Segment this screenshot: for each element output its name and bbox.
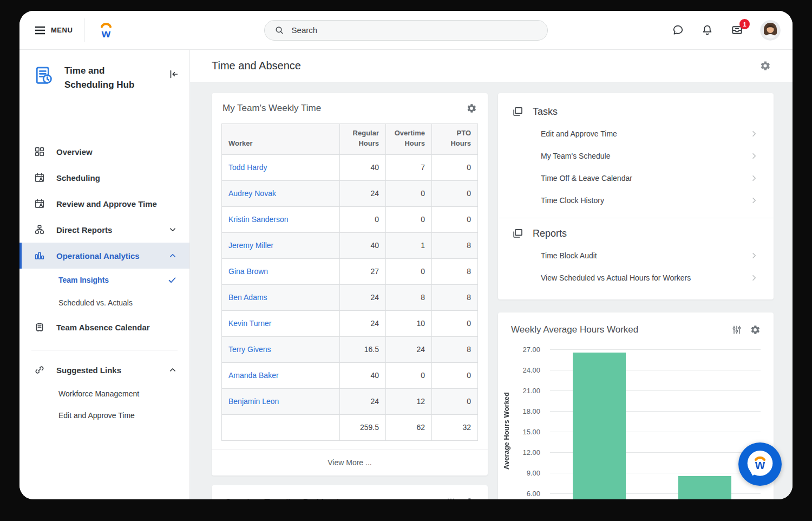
svg-text:w: w: [101, 27, 111, 40]
task-item[interactable]: Edit and Approve Time: [511, 122, 761, 145]
worker-link[interactable]: Ben Adams: [228, 293, 267, 302]
topbar-divider: [84, 18, 85, 42]
sidebar-item-label: Workforce Management: [58, 389, 139, 398]
reports-title: Reports: [533, 228, 567, 239]
worker-link[interactable]: Terry Givens: [228, 345, 271, 354]
app-window: MENU w: [19, 11, 793, 499]
page-header: Time and Absence: [190, 50, 793, 82]
worker-link[interactable]: Kristin Sanderson: [228, 215, 289, 224]
sidebar-divider: [31, 350, 178, 350]
chart-settings-button[interactable]: [750, 324, 761, 335]
table-row: Gina Brown 27 0 8: [222, 258, 478, 284]
sidebar-item-operational-analytics[interactable]: Operational Analytics: [19, 243, 189, 269]
sidebar-item-team-absence-calendar[interactable]: Team Absence Calendar: [19, 314, 189, 340]
overtime-hours-cell: 0: [386, 206, 432, 232]
table-row: Kristin Sanderson 0 0 0: [222, 206, 478, 232]
sidebar-nav: Overview Scheduling Review and Approve T…: [19, 139, 189, 426]
sidebar-item-direct-reports[interactable]: Direct Reports: [19, 217, 189, 243]
task-item-label: Time Off & Leave Calendar: [541, 174, 632, 183]
worker-link[interactable]: Kevin Turner: [228, 319, 271, 328]
column-header-regular-hours[interactable]: Regular Hours: [340, 124, 386, 155]
report-item[interactable]: Time Block Audit: [511, 244, 761, 266]
sidebar-item-label: Overview: [56, 147, 93, 157]
tasks-title: Tasks: [533, 106, 558, 118]
table-row: Ben Adams 24 8 8: [222, 284, 478, 310]
sidebar-item-team-insights[interactable]: Team Insights: [19, 269, 189, 291]
dashboard-grid-icon: [34, 146, 45, 158]
chevron-down-icon: [168, 225, 178, 235]
sidebar-item-label: Review and Approve Time: [56, 199, 157, 209]
menu-button[interactable]: MENU: [35, 25, 73, 35]
worker-cell: Gina Brown: [222, 258, 340, 284]
pto-hours-cell: 0: [432, 154, 478, 180]
overtime-hours-cell: 12: [386, 388, 432, 414]
weekly-table-body: Todd Hardy 40 7 0 Audrey Novak 24 0 0: [222, 154, 478, 414]
worker-link[interactable]: Jeremy Miller: [228, 241, 273, 250]
worker-link[interactable]: Benjamin Leon: [228, 397, 279, 406]
overtime-hours-cell: 7: [386, 154, 432, 180]
search-bar[interactable]: [264, 20, 548, 41]
chart-gridline: [550, 349, 761, 350]
weekly-time-settings-button[interactable]: [466, 103, 477, 114]
sidebar-item-label: Team Insights: [58, 276, 109, 284]
chart-ytick-label: 24.00: [522, 366, 540, 374]
inbox-button[interactable]: 1: [730, 23, 744, 37]
chat-button[interactable]: [671, 23, 685, 37]
report-item-label: Time Block Audit: [541, 251, 597, 260]
totals-regular: 259.5: [340, 414, 386, 440]
task-item[interactable]: Time Off & Leave Calendar: [511, 167, 761, 189]
overtime-trending-title: Overtime Trending By Month: [225, 497, 342, 499]
gear-icon: [466, 103, 477, 114]
worker-link[interactable]: Gina Brown: [228, 267, 268, 276]
worker-link[interactable]: Todd Hardy: [228, 163, 267, 172]
notifications-button[interactable]: [700, 23, 714, 37]
sidebar-item-review-approve-time[interactable]: Review and Approve Time: [19, 191, 189, 217]
regular-hours-cell: 24: [340, 388, 386, 414]
column-header-overtime-hours[interactable]: Overtime Hours: [386, 124, 432, 155]
reports-cards-icon: [511, 227, 524, 240]
worker-cell: Amanda Baker: [222, 362, 340, 388]
workday-logo[interactable]: w: [98, 20, 114, 41]
check-icon: [167, 275, 178, 285]
sidebar-item-suggested-links[interactable]: Suggested Links: [19, 357, 189, 383]
chart-bar[interactable]: [678, 476, 731, 499]
overtime-settings-button[interactable]: [464, 497, 475, 499]
view-more-button[interactable]: View More ...: [212, 450, 488, 476]
regular-hours-cell: 0: [340, 206, 386, 232]
org-chart-icon: [34, 224, 45, 236]
overtime-hours-cell: 0: [386, 180, 432, 206]
chart-ytick-label: 18.00: [522, 407, 540, 415]
sliders-icon: [446, 497, 456, 499]
avatar[interactable]: [760, 20, 781, 41]
overtime-filter-button[interactable]: [446, 497, 456, 499]
task-item-label: Edit and Approve Time: [541, 129, 617, 138]
table-row: Todd Hardy 40 7 0: [222, 154, 478, 180]
column-header-pto-hours[interactable]: PTO Hours: [432, 124, 478, 155]
worker-link[interactable]: Amanda Baker: [228, 371, 279, 380]
regular-hours-cell: 24: [340, 310, 386, 336]
sidebar-item-scheduled-vs-actuals[interactable]: Scheduled vs. Actuals: [19, 291, 189, 314]
sidebar-item-edit-approve-time[interactable]: Edit and Approve Time: [19, 405, 189, 426]
inbox-badge: 1: [739, 19, 750, 29]
collapse-sidebar-button[interactable]: [168, 68, 180, 80]
worker-cell: Audrey Novak: [222, 180, 340, 206]
chart-ytick-label: 15.00: [522, 428, 540, 436]
task-item[interactable]: My Team's Schedule: [511, 145, 761, 167]
chart-bar[interactable]: [573, 353, 626, 499]
gear-icon: [464, 497, 475, 499]
totals-label-cell: [222, 414, 340, 440]
worker-cell: Kristin Sanderson: [222, 206, 340, 232]
report-item[interactable]: View Scheduled vs Actual Hours for Worke…: [511, 266, 761, 289]
page-settings-button[interactable]: [759, 60, 771, 71]
sidebar-item-workforce-management[interactable]: Workforce Management: [19, 383, 189, 405]
sidebar-item-overview[interactable]: Overview: [19, 139, 189, 165]
chart-filter-button[interactable]: [731, 324, 742, 335]
regular-hours-cell: 40: [340, 232, 386, 258]
chevron-right-icon: [750, 152, 758, 160]
column-header-worker[interactable]: Worker: [222, 124, 340, 155]
search-input[interactable]: [292, 25, 538, 35]
workday-assistant-button[interactable]: w: [738, 442, 782, 486]
worker-link[interactable]: Audrey Novak: [228, 189, 276, 198]
sidebar-item-scheduling[interactable]: Scheduling: [19, 165, 189, 191]
task-item[interactable]: Time Clock History: [511, 189, 761, 211]
